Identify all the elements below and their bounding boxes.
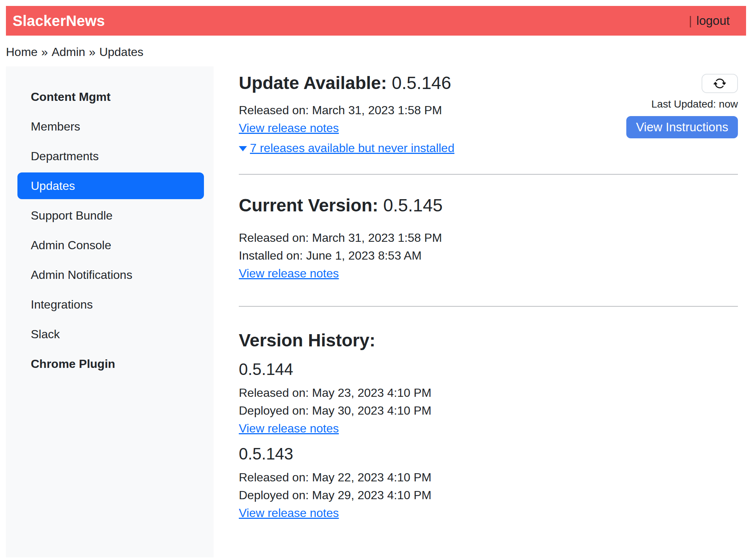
app-title: SlackerNews (13, 13, 105, 29)
current-installed-on: Installed on: June 1, 2023 8:53 AM (239, 247, 738, 264)
sidebar-item-admin-console[interactable]: Admin Console (6, 232, 214, 258)
update-release-notes-link[interactable]: View release notes (239, 119, 339, 137)
current-version-label: Current Version: (239, 195, 378, 215)
history-release-notes-link[interactable]: View release notes (239, 419, 339, 437)
sidebar-item-label: Support Bundle (31, 209, 113, 223)
current-release-notes-link[interactable]: View release notes (239, 264, 339, 282)
sidebar-item-support-bundle[interactable]: Support Bundle (6, 202, 214, 229)
section-divider (239, 306, 738, 307)
main-content: Update Available: 0.5.146 Released on: M… (214, 66, 746, 523)
logout-link[interactable]: |logout (689, 14, 730, 28)
update-available-version: 0.5.146 (392, 73, 451, 93)
version-history-entry: 0.5.143 Released on: May 22, 2023 4:10 P… (239, 443, 738, 523)
update-available-label: Update Available: (239, 73, 387, 93)
version-history-section: Version History: 0.5.144 Released on: Ma… (239, 330, 738, 523)
sidebar-item-members[interactable]: Members (6, 113, 214, 140)
logout-separator: | (689, 14, 692, 27)
history-release-notes-link[interactable]: View release notes (239, 504, 339, 522)
breadcrumb: Home»Admin»Updates (6, 45, 746, 59)
view-instructions-button[interactable]: View Instructions (626, 116, 738, 138)
history-deployed-on: Deployed on: May 29, 2023 4:10 PM (239, 486, 738, 504)
current-version-section: Current Version: 0.5.145 Released on: Ma… (239, 195, 738, 282)
sidebar-item-departments[interactable]: Departments (6, 143, 214, 169)
current-released-on: Released on: March 31, 2023 1:58 PM (239, 229, 738, 247)
current-version-number: 0.5.145 (383, 195, 442, 215)
sidebar-item-label: Admin Console (31, 238, 111, 252)
sidebar-item-admin-notifications[interactable]: Admin Notifications (6, 261, 214, 288)
last-updated-text: Last Updated: now (652, 98, 738, 110)
history-version-number: 0.5.144 (239, 359, 738, 380)
sidebar-item-label: Chrome Plugin (31, 357, 115, 371)
history-released-on: Released on: May 23, 2023 4:10 PM (239, 384, 738, 402)
refresh-icon (713, 77, 726, 90)
breadcrumb-updates: Updates (99, 45, 144, 59)
app-header: SlackerNews |logout (6, 6, 746, 36)
section-divider (239, 174, 738, 175)
sidebar-item-chrome-plugin[interactable]: Chrome Plugin (6, 350, 214, 377)
current-version-title: Current Version: 0.5.145 (239, 195, 738, 216)
sidebar-item-label: Integrations (31, 298, 93, 312)
breadcrumb-separator: » (41, 45, 48, 59)
history-version-number: 0.5.143 (239, 443, 738, 465)
logout-label: logout (696, 14, 730, 27)
caret-down-icon (239, 146, 247, 151)
history-deployed-on: Deployed on: May 30, 2023 4:10 PM (239, 402, 738, 419)
admin-sidebar: Content Mgmt Members Departments Updates… (6, 66, 214, 557)
releases-toggle-link[interactable]: 7 releases available but never installed (250, 139, 454, 157)
history-released-on: Released on: May 22, 2023 4:10 PM (239, 468, 738, 486)
breadcrumb-home[interactable]: Home (6, 45, 37, 59)
version-history-entry: 0.5.144 Released on: May 23, 2023 4:10 P… (239, 359, 738, 438)
sidebar-item-updates[interactable]: Updates (17, 172, 204, 199)
update-available-section: Update Available: 0.5.146 Released on: M… (239, 72, 454, 157)
sidebar-item-integrations[interactable]: Integrations (6, 291, 214, 318)
sidebar-item-content-mgmt[interactable]: Content Mgmt (6, 83, 214, 110)
breadcrumb-separator: » (89, 45, 96, 59)
update-available-title: Update Available: 0.5.146 (239, 72, 454, 94)
sidebar-item-label: Members (31, 120, 80, 134)
sidebar-item-label: Admin Notifications (31, 268, 132, 282)
sidebar-item-label: Slack (31, 327, 60, 341)
sidebar-item-label: Content Mgmt (31, 90, 111, 104)
update-controls: Last Updated: now View Instructions (626, 72, 738, 138)
sidebar-item-label: Departments (31, 149, 99, 163)
refresh-button[interactable] (702, 74, 738, 93)
version-history-title: Version History: (239, 330, 738, 351)
breadcrumb-admin[interactable]: Admin (52, 45, 85, 59)
update-released-on: Released on: March 31, 2023 1:58 PM (239, 101, 454, 119)
sidebar-item-label: Updates (31, 179, 75, 193)
sidebar-item-slack[interactable]: Slack (6, 321, 214, 347)
